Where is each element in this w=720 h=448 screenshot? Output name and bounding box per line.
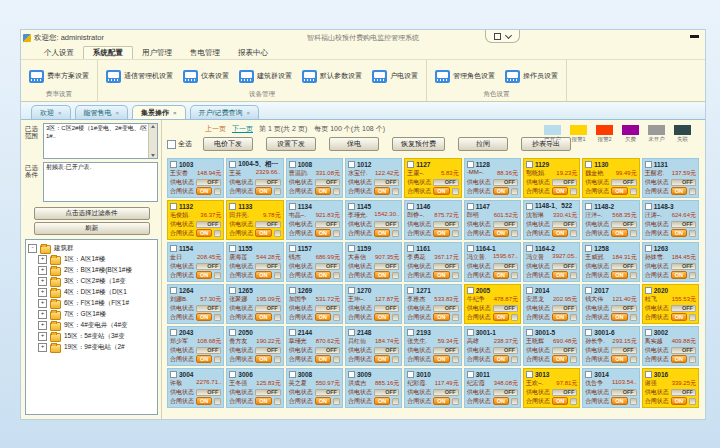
card-checkbox[interactable] xyxy=(229,161,236,168)
meter-card[interactable]: 1004-5、相一 王英 2329.66.. 供电状态 OFF 合闸状态 O xyxy=(226,158,283,198)
ribbon-button[interactable]: 费率方案设置 xyxy=(29,70,89,83)
minimize-button[interactable] xyxy=(690,35,699,38)
switch-on-indicator[interactable]: ON xyxy=(671,355,687,363)
switch-on-indicator[interactable]: ON xyxy=(552,229,568,237)
meter-card[interactable]: 1265 张聚娜 195.09元 供电状态 OFF 合闸状态 ON xyxy=(226,284,283,324)
switch-on-indicator[interactable]: ON xyxy=(671,313,687,321)
switch-on-indicator[interactable]: ON xyxy=(671,397,687,405)
choose-filter-button[interactable]: 点击选择过滤条件 xyxy=(34,207,150,220)
switch-on-indicator[interactable]: ON xyxy=(255,271,271,279)
card-checkbox[interactable] xyxy=(467,287,474,294)
card-checkbox[interactable] xyxy=(407,203,414,210)
close-icon[interactable]: × xyxy=(116,110,120,116)
card-checkbox[interactable] xyxy=(585,161,592,168)
card-checkbox[interactable] xyxy=(645,161,652,168)
switch-on-indicator[interactable]: ON xyxy=(433,397,449,405)
meter-card[interactable]: 2020 桂飞 155.53元 供电状态 OFF 合闸状态 ON xyxy=(642,284,699,324)
meter-card[interactable]: 1146 郎铮~. 875.72元 供电状态 OFF 合闸状态 ON xyxy=(404,200,461,240)
supply-off-indicator[interactable]: OFF xyxy=(611,179,636,186)
switch-on-indicator[interactable]: ON xyxy=(433,229,449,237)
ribbon-button[interactable]: 建筑群设置 xyxy=(239,70,292,83)
expand-icon[interactable]: + xyxy=(38,332,47,341)
supply-off-indicator[interactable]: OFF xyxy=(493,221,518,228)
meter-card[interactable]: 3014 仇告争 1103.54.. 供电状态 OFF 合闸状态 ON xyxy=(582,368,639,408)
supply-off-indicator[interactable]: OFF xyxy=(552,305,577,312)
card-checkbox[interactable] xyxy=(467,245,474,252)
supply-off-indicator[interactable]: OFF xyxy=(552,263,577,270)
supply-off-indicator[interactable]: OFF xyxy=(671,347,696,354)
switch-on-indicator[interactable]: ON xyxy=(433,355,449,363)
supply-off-indicator[interactable]: OFF xyxy=(671,389,696,396)
switch-on-indicator[interactable]: ON xyxy=(671,229,687,237)
switch-on-indicator[interactable]: ON xyxy=(255,187,271,195)
card-checkbox[interactable] xyxy=(526,203,533,210)
expand-icon[interactable]: + xyxy=(38,299,47,308)
switch-on-indicator[interactable]: ON xyxy=(374,187,390,195)
meter-card[interactable]: 1148-1、522 沈智琳 330.41元 供电状态 OFF 合闸状态 O xyxy=(523,200,580,240)
meter-card[interactable]: 1147 郎明 601.52元 供电状态 OFF 合闸状态 ON xyxy=(464,200,521,240)
card-checkbox[interactable] xyxy=(229,371,236,378)
meter-card[interactable]: 1155 唐海莲 544.28元 供电状态 OFF 合闸状态 ON xyxy=(226,242,283,282)
switch-on-indicator[interactable]: ON xyxy=(611,313,627,321)
supply-off-indicator[interactable]: OFF xyxy=(196,305,221,312)
supply-off-indicator[interactable]: OFF xyxy=(315,263,340,270)
supply-off-indicator[interactable]: OFF xyxy=(315,347,340,354)
supply-off-indicator[interactable]: OFF xyxy=(196,389,221,396)
meter-card[interactable]: 2043 郑少军 108.68元 供电状态 OFF 合闸状态 ON xyxy=(167,326,224,366)
tree-item[interactable]: + 1区：A区1#楼 xyxy=(38,254,155,265)
meter-card[interactable]: 1161 李勇花 367.17元 供电状态 OFF 合闸状态 ON xyxy=(404,242,461,282)
card-checkbox[interactable] xyxy=(348,287,355,294)
card-checkbox[interactable] xyxy=(170,161,177,168)
supply-off-indicator[interactable]: OFF xyxy=(315,221,340,228)
switch-on-indicator[interactable]: ON xyxy=(196,355,212,363)
card-checkbox[interactable] xyxy=(467,371,474,378)
supply-off-indicator[interactable]: OFF xyxy=(493,179,518,186)
meter-card[interactable]: 1003 王安春 148.94元 供电状态 OFF 合闸状态 ON xyxy=(167,158,224,198)
card-checkbox[interactable] xyxy=(585,329,592,336)
switch-on-indicator[interactable]: ON xyxy=(671,187,687,195)
menu-item[interactable]: 个人设置 xyxy=(35,47,83,59)
card-checkbox[interactable] xyxy=(348,371,355,378)
card-checkbox[interactable] xyxy=(467,161,474,168)
card-checkbox[interactable] xyxy=(289,287,296,294)
card-checkbox[interactable] xyxy=(170,245,177,252)
expand-icon[interactable]: + xyxy=(38,343,47,352)
restore-icon[interactable] xyxy=(494,33,501,40)
meter-card[interactable]: 1159 大喜信 907.35元 供电状态 OFF 合闸状态 ON xyxy=(345,242,402,282)
supply-off-indicator[interactable]: OFF xyxy=(493,305,518,312)
card-checkbox[interactable] xyxy=(645,245,652,252)
meter-card[interactable]: 3006 王冬强 125.83元 供电状态 OFF 合闸状态 ON xyxy=(226,368,283,408)
menu-item[interactable]: 系统配置 xyxy=(83,46,133,59)
prev-page-link[interactable]: 上一页 xyxy=(205,124,226,134)
switch-on-indicator[interactable]: ON xyxy=(552,397,568,405)
meter-card[interactable]: 1128 -MM~. 88.36元 供电状态 OFF 合闸状态 ON xyxy=(464,158,521,198)
supply-off-indicator[interactable]: OFF xyxy=(552,221,577,228)
switch-on-indicator[interactable]: ON xyxy=(433,313,449,321)
card-checkbox[interactable] xyxy=(407,161,414,168)
switch-on-indicator[interactable]: ON xyxy=(611,271,627,279)
meter-card[interactable]: 3001-1 高雄 238.37元 供电状态 OFF 合闸状态 ON xyxy=(464,326,521,366)
card-checkbox[interactable] xyxy=(289,371,296,378)
tree-item[interactable]: + 4区：D区1#楼（D区1 xyxy=(38,287,155,298)
switch-on-indicator[interactable]: ON xyxy=(433,187,449,195)
meter-card[interactable]: 1129 鄂晓娟. 19.23元 供电状态 OFF 合闸状态 ON xyxy=(523,158,580,198)
tree-item[interactable]: + 6区：F区1#楼（F区1# xyxy=(38,298,155,309)
meter-card[interactable]: 3013 王欢~. 97.81元 供电状态 OFF 合闸状态 ON xyxy=(523,368,580,408)
supply-off-indicator[interactable]: OFF xyxy=(374,347,399,354)
switch-on-indicator[interactable]: ON xyxy=(611,355,627,363)
meter-card[interactable]: 1264 刘娜B. 57.30元 供电状态 OFF 合闸状态 ON xyxy=(167,284,224,324)
card-checkbox[interactable] xyxy=(585,371,592,378)
card-checkbox[interactable] xyxy=(407,371,414,378)
switch-on-indicator[interactable]: ON xyxy=(552,313,568,321)
card-checkbox[interactable] xyxy=(229,245,236,252)
switch-on-indicator[interactable]: ON xyxy=(374,355,390,363)
supply-off-indicator[interactable]: OFF xyxy=(196,179,221,186)
meter-card[interactable]: 2014 安思龙 202.95元 供电状态 OFF 合闸状态 ON xyxy=(523,284,580,324)
expand-icon[interactable]: + xyxy=(38,266,47,275)
card-checkbox[interactable] xyxy=(170,287,177,294)
document-tab[interactable]: 开户/记费查询 × xyxy=(190,105,259,119)
action-button[interactable]: 保电 xyxy=(329,137,379,151)
card-checkbox[interactable] xyxy=(526,245,533,252)
card-checkbox[interactable] xyxy=(467,203,474,210)
ribbon-button[interactable]: 默认参数设置 xyxy=(302,70,362,83)
